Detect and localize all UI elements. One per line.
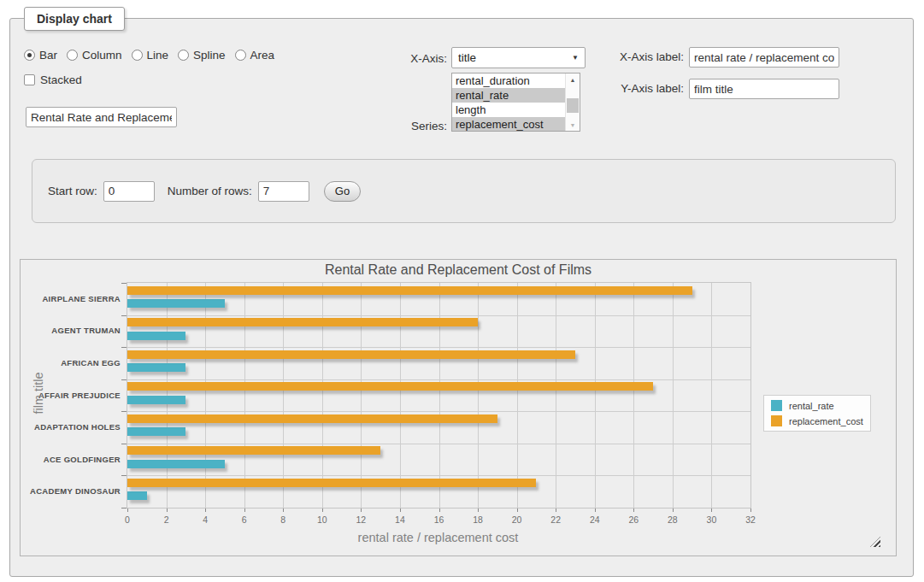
- x-tick-label: 2: [156, 514, 178, 525]
- chart-type-option-column[interactable]: Column: [67, 49, 122, 62]
- chart-type-option-area[interactable]: Area: [235, 49, 275, 62]
- gridline: [556, 283, 556, 508]
- series-option-rental_duration[interactable]: rental_duration: [452, 73, 565, 88]
- chart-title-input[interactable]: [26, 107, 177, 127]
- series-listbox-options: rental_durationrental_ratelengthreplacem…: [452, 73, 580, 132]
- bar-replacement_cost: [127, 446, 380, 455]
- chart-type-option-label: Bar: [39, 49, 57, 62]
- series-option-length[interactable]: length: [452, 103, 565, 117]
- gridline: [127, 379, 750, 380]
- chart-type-option-spline[interactable]: Spline: [178, 49, 226, 62]
- chart-legend: rental_ratereplacement_cost: [763, 395, 871, 432]
- x-tick-label: 30: [700, 514, 722, 525]
- x-tick-label: 18: [467, 514, 489, 525]
- x-tick-label: 16: [428, 514, 450, 525]
- category-label: ACADEMY DINOSAUR: [23, 486, 121, 496]
- series-listbox[interactable]: rental_durationrental_ratelengthreplacem…: [451, 73, 580, 132]
- y-tick-mark: [121, 315, 127, 316]
- x-tick-label: 28: [662, 514, 684, 525]
- legend-label: rental_rate: [789, 401, 834, 411]
- legend-swatch-icon: [771, 415, 782, 426]
- gridline: [595, 283, 596, 508]
- x-axis-select[interactable]: title ▼: [451, 47, 586, 68]
- series-option-rental_rate[interactable]: rental_rate: [452, 88, 565, 103]
- plot-area: 02468101214161820222426283032AIRPLANE SI…: [127, 282, 751, 509]
- y-axis-label-input[interactable]: [689, 79, 839, 99]
- start-row-input[interactable]: [103, 181, 155, 202]
- x-tick-mark: [167, 509, 168, 512]
- x-tick-mark: [205, 509, 206, 512]
- bar-rental_rate: [127, 299, 225, 308]
- series-select-label: Series:: [335, 120, 447, 132]
- y-axis-title: film title: [32, 355, 45, 432]
- x-axis-selected-value: title: [458, 51, 476, 64]
- bar-rental_rate: [127, 396, 185, 404]
- chart-type-group: BarColumnLineSplineArea: [24, 47, 274, 62]
- gridline: [361, 283, 362, 508]
- x-tick-label: 20: [506, 514, 528, 525]
- y-tick-mark: [121, 444, 127, 444]
- gridline: [205, 283, 206, 508]
- gridline: [127, 444, 750, 444]
- x-axis-label-label: X-Axis label:: [570, 50, 684, 63]
- x-tick-mark: [633, 509, 634, 512]
- gridline: [127, 315, 750, 316]
- x-axis-label-input[interactable]: [689, 47, 839, 68]
- resize-handle-icon[interactable]: [870, 537, 880, 547]
- x-tick-mark: [517, 509, 518, 512]
- gridline: [127, 475, 750, 476]
- chart-type-option-line[interactable]: Line: [132, 49, 169, 62]
- series-option-replacement_cost[interactable]: replacement_cost: [452, 117, 565, 132]
- x-tick-label: 26: [622, 514, 644, 525]
- chart-type-option-bar[interactable]: Bar: [24, 49, 57, 62]
- x-tick-label: 10: [311, 514, 333, 525]
- x-tick-mark: [361, 509, 362, 512]
- gridline: [127, 347, 750, 348]
- radio-icon: [178, 50, 189, 61]
- y-tick-mark: [121, 411, 127, 412]
- x-tick-mark: [556, 509, 556, 512]
- y-tick-mark: [121, 508, 127, 509]
- legend-label: replacement_cost: [789, 416, 863, 426]
- x-tick-mark: [750, 509, 751, 512]
- bar-replacement_cost: [127, 318, 478, 326]
- x-axis-title: rental rate / replacement cost: [127, 531, 750, 544]
- gridline: [633, 283, 634, 508]
- gridline: [439, 283, 440, 508]
- go-button[interactable]: Go: [324, 181, 361, 202]
- x-tick-label: 12: [350, 514, 372, 525]
- category-label: ACE GOLDFINGER: [23, 455, 121, 464]
- bar-replacement_cost: [127, 350, 575, 359]
- bar-rental_rate: [127, 460, 225, 468]
- legend-item: rental_rate: [771, 400, 863, 411]
- row-controls-box: Start row: Number of rows: Go: [32, 159, 896, 223]
- chart-type-option-label: Line: [147, 49, 169, 62]
- x-tick-mark: [673, 509, 674, 512]
- x-tick-label: 22: [544, 514, 567, 525]
- y-tick-mark: [121, 379, 127, 380]
- legend-item: replacement_cost: [771, 415, 863, 426]
- x-tick-mark: [127, 509, 128, 512]
- x-tick-mark: [244, 509, 245, 512]
- number-of-rows-input[interactable]: [258, 181, 309, 202]
- bar-replacement_cost: [127, 414, 497, 423]
- scrollbar-thumb[interactable]: [567, 98, 579, 113]
- stacked-checkbox[interactable]: Stacked: [24, 73, 82, 86]
- gridline: [711, 283, 712, 508]
- x-tick-label: 8: [272, 514, 294, 525]
- bar-rental_rate: [127, 491, 147, 500]
- bar-replacement_cost: [127, 479, 536, 487]
- x-tick-mark: [478, 509, 479, 512]
- gridline: [244, 283, 245, 508]
- display-chart-panel: Display chart BarColumnLineSplineArea St…: [9, 18, 914, 577]
- category-label: AGENT TRUMAN: [23, 326, 121, 335]
- gridline: [127, 411, 750, 412]
- scroll-down-icon[interactable]: ▼: [566, 119, 580, 131]
- y-axis-label-label: Y-Axis label:: [570, 82, 684, 95]
- gridline: [517, 283, 518, 508]
- x-tick-label: 24: [584, 514, 606, 525]
- gridline: [322, 283, 323, 508]
- panel-title: Display chart: [24, 7, 125, 31]
- gridline: [400, 283, 401, 508]
- x-tick-label: 6: [233, 514, 256, 525]
